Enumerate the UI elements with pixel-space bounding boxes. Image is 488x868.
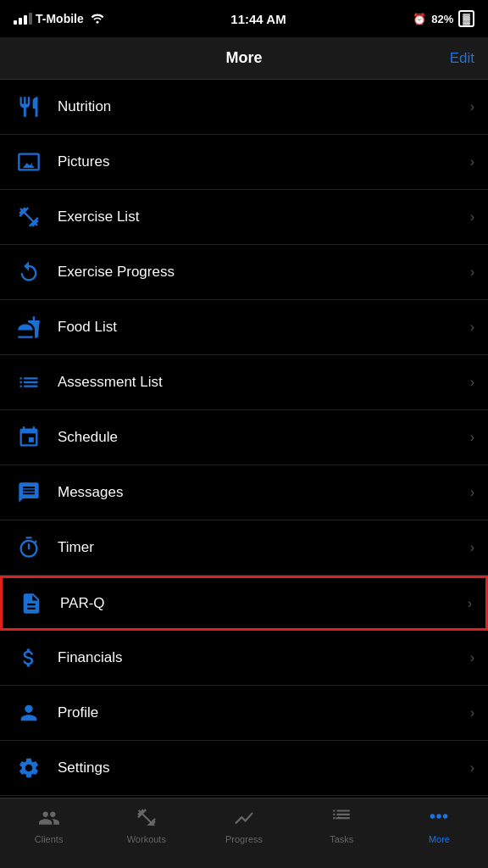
- status-right: ⏰ 82% ▓: [413, 10, 474, 27]
- settings-label: Settings: [58, 760, 470, 776]
- progress-tab-icon: [233, 807, 255, 831]
- par-q-chevron: ›: [468, 596, 472, 611]
- tab-clients[interactable]: Clients: [0, 807, 97, 844]
- food-list-icon: [14, 315, 44, 339]
- more-tab-icon: [428, 807, 450, 831]
- menu-item-messages[interactable]: Messages ›: [0, 465, 488, 520]
- menu-item-exercise-list[interactable]: Exercise List ›: [0, 190, 488, 245]
- edit-button[interactable]: Edit: [450, 50, 474, 67]
- clients-tab-label: Clients: [35, 834, 64, 844]
- menu-item-exercise-progress[interactable]: Exercise Progress ›: [0, 245, 488, 300]
- carrier-label: T-Mobile: [36, 12, 84, 25]
- timer-icon: [14, 536, 44, 559]
- profile-icon: [14, 701, 44, 725]
- tab-bar: Clients Workouts Progress Tasks: [0, 798, 488, 868]
- messages-label: Messages: [58, 484, 470, 501]
- battery-percent: 82%: [431, 13, 453, 25]
- progress-tab-label: Progress: [225, 834, 263, 844]
- messages-icon: [14, 481, 44, 504]
- status-bar: T-Mobile 11:44 AM ⏰ 82% ▓: [0, 0, 488, 37]
- settings-chevron: ›: [470, 760, 474, 776]
- nutrition-chevron: ›: [470, 99, 474, 114]
- exercise-list-chevron: ›: [470, 209, 474, 225]
- workouts-tab-label: Workouts: [127, 834, 166, 844]
- signal-icon: [14, 13, 32, 25]
- menu-item-settings[interactable]: Settings ›: [0, 741, 488, 796]
- svg-point-0: [96, 20, 98, 23]
- financials-label: Financials: [58, 649, 470, 666]
- food-list-chevron: ›: [470, 320, 474, 335]
- par-q-icon: [16, 592, 47, 615]
- pictures-chevron: ›: [470, 154, 474, 170]
- clients-tab-icon: [38, 807, 60, 831]
- profile-label: Profile: [58, 704, 470, 721]
- nutrition-label: Nutrition: [58, 98, 470, 115]
- exercise-progress-label: Exercise Progress: [58, 264, 470, 281]
- menu-item-nutrition[interactable]: Nutrition ›: [0, 80, 488, 135]
- tab-tasks[interactable]: Tasks: [293, 807, 391, 844]
- menu-item-timer[interactable]: Timer ›: [0, 520, 488, 576]
- schedule-icon: [14, 426, 44, 449]
- financials-chevron: ›: [470, 650, 474, 665]
- svg-point-3: [443, 814, 447, 818]
- exercise-list-icon: [14, 205, 44, 229]
- more-tab-label: More: [429, 834, 450, 844]
- profile-chevron: ›: [470, 705, 474, 721]
- exercise-list-label: Exercise List: [58, 209, 470, 225]
- pictures-label: Pictures: [58, 153, 470, 170]
- tab-workouts[interactable]: Workouts: [97, 807, 195, 844]
- svg-point-1: [430, 814, 435, 818]
- assessment-list-chevron: ›: [470, 375, 474, 390]
- battery-icon: ▓: [458, 10, 474, 27]
- financials-icon: [14, 646, 44, 670]
- header: More Edit: [0, 37, 488, 80]
- assessment-list-label: Assessment List: [58, 374, 470, 391]
- schedule-label: Schedule: [58, 429, 470, 446]
- menu-item-profile[interactable]: Profile ›: [0, 686, 488, 741]
- timer-chevron: ›: [470, 540, 474, 555]
- menu-item-par-q[interactable]: PAR-Q ›: [0, 576, 488, 631]
- wifi-icon: [91, 12, 104, 26]
- timer-label: Timer: [58, 539, 470, 556]
- status-time: 11:44 AM: [230, 12, 286, 26]
- settings-icon: [14, 756, 44, 780]
- menu-item-food-list[interactable]: Food List ›: [0, 300, 488, 355]
- menu-item-financials[interactable]: Financials ›: [0, 631, 488, 686]
- status-left: T-Mobile: [14, 12, 104, 26]
- tab-more[interactable]: More: [391, 807, 488, 844]
- par-q-label: PAR-Q: [60, 595, 468, 612]
- page-title: More: [225, 49, 262, 67]
- assessment-list-icon: [14, 370, 44, 394]
- exercise-progress-icon: [14, 260, 44, 284]
- nutrition-icon: [14, 95, 44, 119]
- food-list-label: Food List: [58, 319, 470, 336]
- workouts-tab-icon: [136, 807, 158, 831]
- alarm-icon: ⏰: [413, 13, 426, 25]
- tasks-tab-label: Tasks: [330, 834, 353, 844]
- menu-item-pictures[interactable]: Pictures ›: [0, 135, 488, 190]
- svg-point-2: [437, 814, 441, 818]
- menu-item-schedule[interactable]: Schedule ›: [0, 410, 488, 465]
- pictures-icon: [14, 150, 44, 174]
- menu-list: Nutrition › Pictures › Exercise List › E…: [0, 80, 488, 798]
- schedule-chevron: ›: [470, 430, 474, 445]
- tab-progress[interactable]: Progress: [195, 807, 292, 844]
- menu-item-assessment-list[interactable]: Assessment List ›: [0, 355, 488, 410]
- tasks-tab-icon: [330, 807, 352, 831]
- messages-chevron: ›: [470, 485, 474, 500]
- exercise-progress-chevron: ›: [470, 264, 474, 280]
